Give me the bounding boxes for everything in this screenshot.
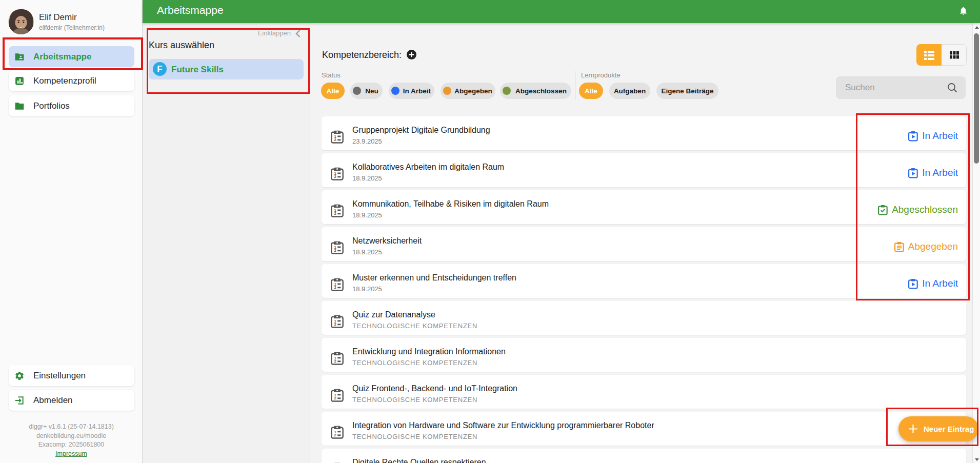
svg-text:2: 2: [334, 396, 336, 400]
svg-text:2: 2: [334, 211, 336, 216]
svg-text:2: 2: [334, 359, 336, 364]
svg-text:2: 2: [334, 433, 336, 437]
svg-text:2: 2: [334, 248, 336, 253]
svg-text:2: 2: [334, 285, 336, 290]
svg-text:2: 2: [334, 174, 336, 179]
svg-text:2: 2: [334, 322, 336, 327]
svg-text:2: 2: [334, 137, 336, 142]
